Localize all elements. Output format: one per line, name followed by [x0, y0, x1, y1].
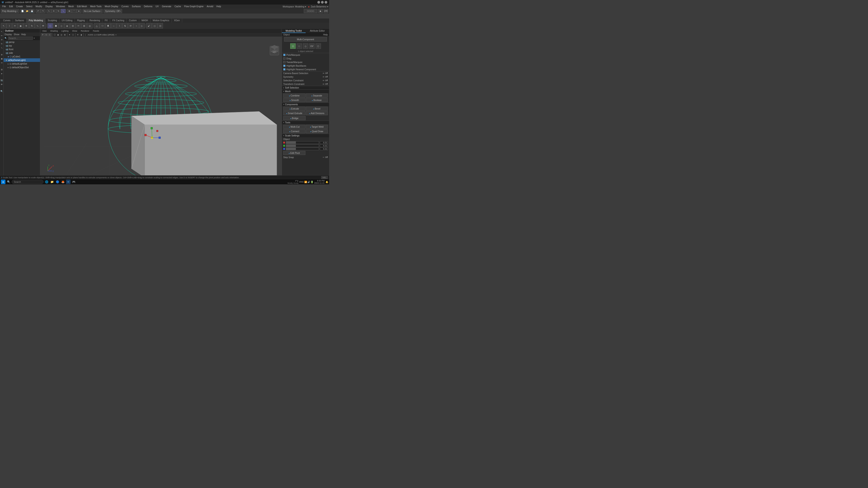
outliner-item-aiskydomlight[interactable]: ☀ aiSkyDomeLight1	[4, 58, 40, 62]
taskbar-files[interactable]: 📁	[50, 180, 54, 184]
taskbar-browser[interactable]: 🌐	[44, 180, 49, 184]
edit-pivot-btn[interactable]: Edit Pivot	[283, 151, 305, 155]
bevel-icon-btn[interactable]: ◇	[59, 23, 64, 29]
connect-btn[interactable]: Connect	[283, 129, 305, 133]
rp-object-label[interactable]: Object	[283, 33, 290, 36]
menu-mesh-tools[interactable]: Mesh Tools	[89, 4, 103, 8]
paint-select-btn[interactable]: ✏	[12, 23, 18, 29]
outliner-item-persp[interactable]: 📹 persp	[4, 40, 40, 44]
bridge-icon-btn[interactable]: ⬢	[53, 23, 59, 29]
extrude-btn[interactable]: Extrude	[283, 107, 305, 111]
move-tool-btn[interactable]: ✛	[24, 23, 29, 29]
vp-isolate-btn[interactable]: ⬡	[71, 33, 74, 36]
menu-mesh-display[interactable]: Mesh Display	[103, 4, 120, 8]
save-btn[interactable]: 💾	[30, 9, 34, 13]
drag-check[interactable]	[283, 57, 285, 60]
tab-rigging[interactable]: Rigging	[75, 19, 87, 23]
redo-btn[interactable]: ↷	[41, 9, 45, 13]
vp-wireframe-btn[interactable]: ☐	[53, 33, 56, 36]
live-surface-dropdown[interactable]: No Live Surface ▾	[83, 9, 102, 13]
bevel-btn[interactable]: Bevel	[306, 107, 328, 111]
taskbar-maya[interactable]: M	[66, 180, 70, 184]
viewcube[interactable]: LEFT	[269, 45, 280, 56]
relax-btn[interactable]: ⬮	[105, 23, 111, 29]
menu-edit[interactable]: Edit	[8, 4, 14, 8]
taskbar-search-bar[interactable]: Search	[12, 180, 43, 184]
menu-select[interactable]: Select	[25, 4, 34, 8]
scale-settings-header[interactable]: ▾ Scale Settings	[282, 134, 329, 137]
outliner-item-defaultobjectset[interactable]: ▸ ⊡ defaultObjectSet	[4, 66, 40, 69]
extrude-icon-btn[interactable]: ⬡	[48, 23, 53, 29]
loop-icon-btn[interactable]: ⊟	[70, 23, 75, 29]
poke-btn[interactable]: ⋆	[133, 23, 139, 29]
vp-shadow-btn[interactable]: ◑	[80, 33, 83, 36]
selection-constraint-toggle[interactable]: ∞	[323, 79, 324, 82]
outliner-item-pcube[interactable]: ▸ ⬡ pCube1	[4, 55, 40, 58]
menu-display[interactable]: Display	[44, 4, 54, 8]
rotate-btn[interactable]: ↻	[56, 9, 61, 13]
menu-curves[interactable]: Curves	[120, 4, 130, 8]
multi-cut-btn[interactable]: Multi-Cut	[283, 125, 305, 129]
crease-btn[interactable]: ⌇	[117, 23, 122, 29]
outliner-item-side[interactable]: 📹 side	[4, 51, 40, 55]
menu-surfaces[interactable]: Surfaces	[130, 4, 142, 8]
add-divisions-btn[interactable]: Add Divisions	[306, 111, 328, 115]
taskbar-firefox[interactable]: 🦊	[61, 180, 65, 184]
scale-tool-btn[interactable]: ⤡	[35, 23, 40, 29]
smooth-icon-btn[interactable]: ◎	[87, 23, 92, 29]
rp-help-label[interactable]: Help	[323, 33, 328, 36]
menu-cache[interactable]: Cache	[173, 4, 182, 8]
tab-poly-modeling[interactable]: Poly Modeling	[26, 19, 45, 23]
option-highlight-back[interactable]: ✓ Highlight Backfaces	[282, 64, 329, 68]
tab-curves[interactable]: Curves	[1, 19, 13, 23]
highlight-back-check[interactable]: ✓	[283, 65, 285, 67]
vp-renderer-menu[interactable]: Renderer	[80, 29, 90, 33]
tab-surfaces[interactable]: Surfaces	[13, 19, 26, 23]
toolbox-scale[interactable]: ⤡	[0, 46, 4, 50]
ipr-btn[interactable]: IPR	[324, 9, 328, 13]
menu-generate[interactable]: Generate	[160, 4, 173, 8]
open-btn[interactable]: 📂	[25, 9, 30, 13]
tools-section-header[interactable]: ▾ Tools	[282, 121, 329, 124]
render-btn[interactable]: ▶	[318, 9, 323, 13]
menu-flow[interactable]: Flow Graph Engine	[183, 4, 205, 8]
rp-tab-modeling[interactable]: Modeling Toolkit	[282, 29, 306, 33]
menu-uv[interactable]: UV	[154, 4, 160, 8]
combine-btn[interactable]: Combine	[283, 94, 305, 98]
step-snap-toggle[interactable]: ∞	[323, 156, 324, 158]
outliner-filter-btn[interactable]: ▾	[34, 37, 35, 39]
snap-curve-btn[interactable]: ⌒	[72, 9, 76, 13]
lasso-tool-btn[interactable]: ⌇	[6, 23, 12, 29]
toolbox-snap[interactable]: ⊞	[0, 68, 4, 71]
comp-obj-icon[interactable]: ⬡	[315, 43, 321, 49]
rp-tab-attribute[interactable]: Attribute Editor	[306, 29, 329, 33]
misc-btn1[interactable]: ⊡	[158, 23, 163, 29]
quad-draw-btn[interactable]: Quad Draw	[306, 129, 328, 133]
slide-btn[interactable]: ↔	[111, 23, 116, 29]
vp-cam-btn[interactable]: C	[48, 33, 52, 36]
vp-xray-btn[interactable]: ✦	[68, 33, 71, 36]
tab-uv-editing[interactable]: UV Editing	[59, 19, 75, 23]
vp-show-menu[interactable]: Show	[71, 29, 78, 33]
vp-renderer-label[interactable]: ACES 1.0 SDR-video (sRGB)	[87, 34, 115, 36]
menu-mesh[interactable]: Mesh	[67, 4, 75, 8]
move-btn[interactable]: ✛	[52, 9, 56, 13]
menu-deforms[interactable]: Deforms	[143, 4, 154, 8]
spin-btn[interactable]: ⟳	[128, 23, 133, 29]
highlight-nearest-check[interactable]: ✓	[283, 68, 285, 70]
pick-marquee-check[interactable]	[283, 54, 285, 56]
undo-btn[interactable]: ↶	[36, 9, 40, 13]
select-btn[interactable]: ↖	[47, 9, 51, 13]
vp-ortho-btn[interactable]: O	[44, 33, 48, 36]
scale-x-input[interactable]	[320, 141, 328, 144]
menu-file[interactable]: File	[1, 4, 7, 8]
vp-smooth-btn[interactable]: ◉	[57, 33, 60, 36]
mode-dropdown[interactable]: Poly Modeling ▾	[1, 9, 19, 13]
outliner-item-front[interactable]: 📹 front	[4, 47, 40, 51]
tab-custom[interactable]: Custom	[127, 19, 139, 23]
taskbar-steam[interactable]: 🎮	[71, 180, 76, 184]
multi-component-btn[interactable]: Multi-Component	[284, 37, 327, 41]
soft-selection-header[interactable]: ▸ Soft Selection	[282, 86, 329, 90]
mel-label[interactable]: MEL	[321, 176, 328, 179]
tab-mash[interactable]: MASH	[139, 19, 151, 23]
